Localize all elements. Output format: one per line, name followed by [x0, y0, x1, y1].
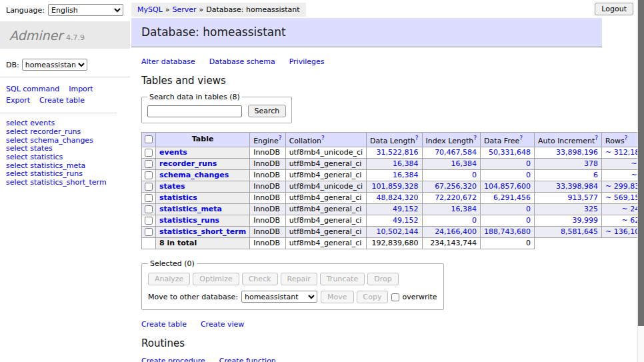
auto-increment-link[interactable]: 325	[538, 205, 598, 213]
table-name-link[interactable]: statistics	[159, 193, 197, 202]
auto-increment-link[interactable]: 8,581,645	[538, 228, 598, 236]
auto-increment-link[interactable]: 913,577	[538, 194, 598, 202]
row-checkbox[interactable]	[145, 217, 153, 225]
table-name-link[interactable]: statistics_runs	[159, 216, 219, 225]
data-free-link[interactable]: 0	[484, 205, 531, 213]
row-checkbox[interactable]	[145, 205, 153, 213]
copy-button[interactable]: Copy	[357, 291, 389, 303]
sidebar-link-select-statistics[interactable]: select statistics	[6, 153, 124, 162]
index-length-link[interactable]: 70,467,584	[426, 149, 477, 157]
index-length-link[interactable]: 24,166,400	[426, 228, 477, 236]
breadcrumb-item-database-homeassistant: Database: homeassistant	[206, 5, 299, 14]
data-free-link[interactable]: 6,291,456	[484, 194, 531, 202]
index-length-link[interactable]: 67,256,320	[426, 183, 477, 191]
row-checkbox[interactable]	[145, 194, 153, 202]
data-length-link[interactable]: 10,502,144	[370, 228, 418, 236]
sidebar-link-select-states[interactable]: select states	[6, 145, 124, 153]
auto-increment-link[interactable]: 33,398,984	[538, 183, 598, 191]
table-name-link[interactable]: schema_changes	[159, 171, 229, 179]
index-length-link[interactable]: 0	[426, 171, 477, 179]
sidebar-link-select-events[interactable]: select events	[6, 119, 124, 128]
analyze-button[interactable]: Analyze	[148, 273, 190, 285]
data-free-link[interactable]: 104,857,600	[484, 183, 531, 191]
scrollbar-thumb[interactable]	[638, 0, 644, 326]
row-checkbox[interactable]	[145, 171, 153, 179]
table-name-link[interactable]: recorder_runs	[159, 159, 217, 168]
sidebar-action-sql-command[interactable]: SQL command	[6, 83, 59, 95]
index-length-link[interactable]: 72,220,672	[426, 194, 477, 202]
move-label: Move to other database:	[148, 293, 238, 301]
column-help-link[interactable]: ?	[519, 135, 523, 141]
column-help-link[interactable]: ?	[279, 135, 282, 141]
link-create-function[interactable]: Create function	[219, 357, 276, 362]
optimize-button[interactable]: Optimize	[193, 273, 239, 285]
repair-button[interactable]: Repair	[281, 273, 317, 285]
scrollbar[interactable]	[637, 0, 644, 362]
data-free-link[interactable]: 0	[484, 171, 531, 179]
row-checkbox[interactable]	[145, 183, 153, 191]
data-free-link[interactable]: 0	[484, 217, 531, 225]
language-select[interactable]: English	[48, 4, 123, 16]
sidebar-link-select-statistics-short-term[interactable]: select statistics_short_term	[6, 179, 124, 187]
breadcrumb-item-mysql[interactable]: MySQL	[137, 5, 163, 14]
link-create-table[interactable]: Create table	[141, 320, 187, 329]
auto-increment-link[interactable]: 33,898,196	[538, 149, 598, 157]
breadcrumb-item-server[interactable]: Server	[173, 5, 197, 14]
data-length-link[interactable]: 49,152	[370, 217, 418, 225]
selected-fieldset: Selected (0) AnalyzeOptimizeCheckRepairT…	[141, 259, 444, 310]
engine-cell: InnoDB	[250, 226, 285, 237]
engine-cell: InnoDB	[250, 215, 285, 226]
index-length-link[interactable]: 16,384	[426, 205, 477, 213]
db-select[interactable]: homeassistant	[22, 59, 87, 71]
table-name-link[interactable]: statistics_short_term	[159, 227, 246, 236]
row-checkbox[interactable]	[145, 149, 153, 157]
column-header-label: Index Length	[426, 137, 474, 145]
search-input[interactable]	[147, 105, 242, 117]
link-create-view[interactable]: Create view	[201, 320, 244, 329]
truncate-button[interactable]: Truncate	[320, 273, 365, 285]
check-button[interactable]: Check	[242, 273, 278, 285]
row-checkbox[interactable]	[145, 228, 153, 236]
index-length-link[interactable]: 16,384	[426, 160, 477, 168]
auto-increment-link[interactable]: 39,999	[538, 217, 598, 225]
sidebar-action-create-table[interactable]: Create table	[39, 95, 85, 106]
search-button[interactable]: Search	[248, 105, 287, 117]
search-legend: Search data in tables (8)	[147, 93, 242, 101]
column-help-link[interactable]: ?	[595, 135, 598, 141]
data-length-link[interactable]: 16,384	[370, 171, 418, 179]
db-link-alter-database[interactable]: Alter database	[141, 57, 195, 66]
sidebar-action-import[interactable]: Import	[69, 83, 93, 95]
table-name-link[interactable]: statistics_meta	[159, 205, 222, 213]
auto-increment-link[interactable]: 378	[538, 160, 598, 168]
data-free-link[interactable]: 50,331,648	[484, 149, 531, 157]
selected-buttons-row: AnalyzeOptimizeCheckRepairTruncateDrop	[148, 273, 437, 285]
move-button[interactable]: Move	[321, 291, 354, 303]
data-free-link[interactable]: 188,743,680	[484, 228, 531, 236]
column-help-link[interactable]: ?	[321, 135, 325, 141]
column-help-link[interactable]: ?	[625, 135, 628, 141]
data-length-link[interactable]: 48,824,320	[370, 194, 418, 202]
index-length-link[interactable]: 0	[426, 217, 477, 225]
sidebar-link-select-recorder-runs[interactable]: select recorder_runs	[6, 128, 124, 137]
select-all-checkbox[interactable]	[145, 135, 153, 143]
row-checkbox[interactable]	[145, 160, 153, 168]
db-link-database-schema[interactable]: Database schema	[209, 57, 275, 66]
engine-cell: InnoDB	[250, 181, 285, 192]
table-name-link[interactable]: events	[159, 148, 187, 157]
column-help-link[interactable]: ?	[415, 135, 419, 141]
auto-increment-link[interactable]: 6	[538, 171, 598, 179]
link-create-procedure[interactable]: Create procedure	[141, 357, 205, 362]
data-length-link[interactable]: 16,384	[370, 160, 418, 168]
sidebar-action-export[interactable]: Export	[6, 95, 30, 106]
column-help-link[interactable]: ?	[473, 135, 477, 141]
data-length-link[interactable]: 31,522,816	[370, 149, 418, 157]
overwrite-checkbox[interactable]	[391, 293, 399, 301]
move-db-select[interactable]: homeassistant	[241, 291, 317, 303]
table-row: recorder_runs InnoDB utf8mb4_general_ci …	[142, 158, 644, 169]
data-length-link[interactable]: 101,859,328	[370, 183, 418, 191]
table-name-link[interactable]: states	[159, 182, 185, 191]
data-length-link[interactable]: 49,152	[370, 205, 418, 213]
drop-button[interactable]: Drop	[367, 273, 398, 285]
data-free-link[interactable]: 0	[484, 160, 531, 168]
db-link-privileges[interactable]: Privileges	[289, 57, 325, 66]
